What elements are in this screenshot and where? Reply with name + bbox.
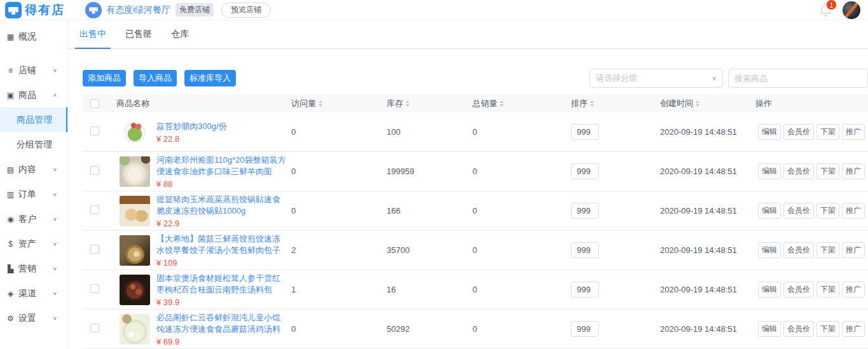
total-sales-cell: 0 (467, 127, 566, 137)
total-sales-cell: 0 (467, 206, 566, 216)
member-price-button[interactable]: 会员价 (783, 203, 814, 219)
column-header-stock[interactable]: 库存 (382, 98, 467, 109)
marketing-chart-icon: ▙ (6, 264, 15, 273)
sidebar-item-orders[interactable]: ▥ 订单 ∨ (0, 182, 67, 207)
sidebar-item-customers[interactable]: ◉ 客户 ∨ (0, 207, 67, 231)
sort-order-input[interactable] (571, 282, 599, 298)
edit-button[interactable]: 编辑 (758, 163, 781, 179)
sort-order-input[interactable] (571, 163, 599, 179)
sidebar-item-group-management[interactable]: 分组管理 (0, 132, 67, 157)
column-header-sort-order[interactable]: 排序 (566, 98, 655, 109)
product-price: ¥ 39.9 (156, 298, 286, 307)
product-name-link[interactable]: 河南老郑州烩面110g*20袋整箱装方便速食非油炸多口味三鲜羊肉面 (156, 154, 286, 177)
goods-icon: ▣ (6, 91, 15, 100)
promote-button[interactable]: 推广 (842, 242, 865, 258)
product-name-link[interactable]: 蒜苔炒腊肉300g/份 (156, 121, 227, 132)
edit-button[interactable]: 编辑 (758, 242, 781, 258)
row-checkbox[interactable] (90, 245, 99, 254)
tab-warehouse[interactable]: 仓库 (171, 20, 189, 48)
group-select[interactable]: 请选择分组 ∨ (589, 69, 723, 88)
edit-button[interactable]: 编辑 (758, 203, 781, 219)
sidebar-item-settings[interactable]: ⚙ 设置 ∨ (0, 306, 67, 331)
actions-cell: 编辑 会员价 下架 推广 (750, 282, 868, 298)
take-down-button[interactable]: 下架 (816, 124, 839, 140)
row-checkbox[interactable] (90, 127, 99, 135)
tab-on-sale[interactable]: 出售中 (79, 20, 106, 48)
user-avatar[interactable] (843, 1, 860, 19)
sidebar-item-shop[interactable]: ≡ 店铺 ∨ (0, 58, 67, 83)
product-price: ¥ 69.9 (156, 337, 286, 346)
promote-button[interactable]: 推广 (842, 124, 865, 140)
promote-button[interactable]: 推广 (842, 321, 865, 337)
sidebar-subitem-label: 分组管理 (17, 139, 52, 151)
product-table-body: 蒜苔炒腊肉300g/份 ¥ 22.8 0 100 0 2020-09-19 14… (83, 113, 868, 349)
add-product-button[interactable]: 添加商品 (83, 70, 126, 86)
promote-button[interactable]: 推广 (842, 282, 865, 298)
column-header-created-time[interactable]: 创建时间 (655, 98, 750, 109)
row-checkbox[interactable] (90, 205, 99, 214)
sidebar-item-content[interactable]: ▤ 内容 ∨ (0, 157, 67, 182)
product-table: 商品名称 访问量 库存 总销量 排序 创建时间 操作 蒜苔炒腊肉300g/份 ¥… (83, 94, 868, 349)
member-price-button[interactable]: 会员价 (783, 124, 814, 140)
take-down-button[interactable]: 下架 (816, 321, 839, 337)
promote-button[interactable]: 推广 (842, 203, 865, 219)
sidebar-item-goods[interactable]: ▣ 商品 ∧ (0, 83, 67, 107)
sidebar-item-assets[interactable]: $ 资产 ∨ (0, 231, 67, 256)
row-checkbox[interactable] (90, 324, 99, 332)
edit-button[interactable]: 编辑 (758, 282, 781, 298)
table-row: 【大希地】菌菇三鲜蒸饺煎饺速冻水饺早餐饺子灌汤小笼包鲜肉包子 ¥ 109 2 3… (83, 231, 868, 270)
sort-order-input[interactable] (571, 321, 599, 337)
edit-button[interactable]: 编辑 (758, 321, 781, 337)
notification-bell-button[interactable]: 1 (819, 3, 832, 18)
member-price-button[interactable]: 会员价 (783, 321, 814, 337)
sidebar-item-label: 营销 (18, 263, 36, 275)
stock-cell: 16 (382, 285, 467, 294)
take-down-button[interactable]: 下架 (816, 282, 839, 298)
product-name-link[interactable]: 必品阁虾仁云吞鲜虾混沌儿童小馄饨速冻方便速食食品蘑菇清鸡汤料 (156, 312, 286, 335)
product-image (120, 314, 150, 345)
standard-library-import-button[interactable]: 标准库导入 (184, 70, 236, 86)
row-checkbox[interactable] (90, 166, 99, 175)
created-time-cell: 2020-09-19 14:48:51 (655, 127, 750, 137)
sort-order-input[interactable] (571, 203, 599, 219)
product-cell: 必品阁虾仁云吞鲜虾混沌儿童小馄饨速冻方便速食食品蘑菇清鸡汤料 ¥ 69.9 (111, 312, 286, 346)
column-header-total-sales[interactable]: 总销量 (467, 98, 566, 109)
product-name-link[interactable]: 固本堂煲汤食材姬松茸人参干货红枣枸杞百合桂圆云南野生汤料包 (156, 273, 286, 296)
sidebar-item-overview[interactable]: ▦ 概况 (0, 24, 67, 49)
product-price: ¥ 109 (156, 258, 286, 268)
sort-order-input[interactable] (571, 124, 599, 140)
preview-store-button[interactable]: 预览店铺 (221, 3, 271, 18)
take-down-button[interactable]: 下架 (816, 163, 839, 179)
sidebar-item-marketing[interactable]: ▙ 营销 ∨ (0, 256, 67, 281)
product-name-link[interactable]: 【大希地】菌菇三鲜蒸饺煎饺速冻水饺早餐饺子灌汤小笼包鲜肉包子 (156, 233, 286, 256)
sort-order-input[interactable] (571, 242, 599, 258)
promote-button[interactable]: 推广 (842, 163, 865, 179)
search-product-input[interactable] (728, 69, 868, 88)
product-image (120, 275, 150, 305)
actions-cell: 编辑 会员价 下架 推广 (750, 242, 868, 258)
sort-icon (319, 100, 322, 107)
row-checkbox[interactable] (90, 284, 99, 293)
chevron-up-icon: ∧ (53, 92, 57, 97)
column-header-visits[interactable]: 访问量 (286, 98, 382, 109)
take-down-button[interactable]: 下架 (816, 203, 839, 219)
edit-button[interactable]: 编辑 (758, 124, 781, 140)
toolbar: 添加商品 导入商品 标准库导入 请选择分组 ∨ (83, 69, 868, 88)
select-all-checkbox[interactable] (90, 99, 99, 108)
sidebar-item-channels[interactable]: ◈ 渠道 ∨ (0, 281, 67, 306)
member-price-button[interactable]: 会员价 (783, 242, 814, 258)
app-logo[interactable]: 得有店 (5, 2, 70, 18)
sidebar: ▦ 概况 ≡ 店铺 ∨ ▣ 商品 ∧ 商品管理 分组管理 ▤ 内容 ∨ ▥ 订单… (0, 20, 68, 349)
product-info: 提篮猪肉玉米蔬菜蒸煎饺锅贴速食脆皮速冻煎饺锅贴1000g ¥ 22.9 (156, 194, 286, 228)
chevron-down-icon: ∨ (53, 241, 57, 246)
member-price-button[interactable]: 会员价 (783, 282, 814, 298)
store-name[interactable]: 有态度i绿河餐厅 (106, 4, 170, 16)
sidebar-item-product-management[interactable]: 商品管理 (0, 107, 67, 132)
column-header-actions: 操作 (750, 98, 868, 109)
product-name-link[interactable]: 提篮猪肉玉米蔬菜蒸煎饺锅贴速食脆皮速冻煎饺锅贴1000g (156, 194, 286, 217)
take-down-button[interactable]: 下架 (816, 242, 839, 258)
tab-sold-out[interactable]: 已售罄 (125, 20, 152, 48)
overview-grid-icon: ▦ (6, 32, 15, 41)
import-product-button[interactable]: 导入商品 (134, 70, 177, 86)
member-price-button[interactable]: 会员价 (783, 163, 814, 179)
